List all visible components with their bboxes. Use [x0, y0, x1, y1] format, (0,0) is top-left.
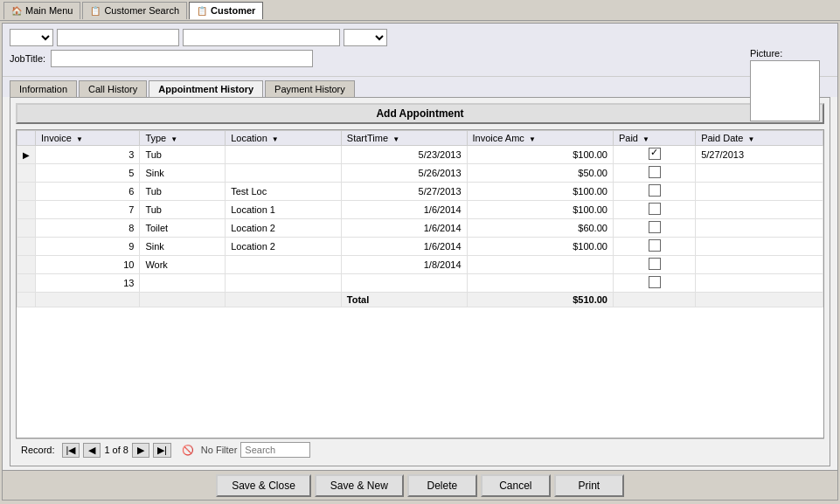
- table-row[interactable]: 9SinkLocation 21/6/2014$100.00: [17, 238, 823, 256]
- table-row[interactable]: 5Sink5/26/2013$50.00: [17, 164, 823, 183]
- no-filter-label: No Filter: [201, 445, 238, 455]
- add-appointment-button[interactable]: Add Appointment: [16, 103, 824, 124]
- cell-type: Sink: [140, 164, 226, 183]
- cell-paid[interactable]: [613, 238, 695, 256]
- tab-customer[interactable]: 📋 Customer: [189, 2, 263, 19]
- col-starttime[interactable]: StartTime ▼: [341, 131, 467, 146]
- content-tabs: Information Call History Appointment His…: [3, 77, 837, 97]
- table-row[interactable]: 6TubTest Loc5/27/2013$100.00: [17, 183, 823, 201]
- delete-button[interactable]: Delete: [407, 474, 477, 497]
- row-selector[interactable]: ▶: [17, 146, 36, 164]
- bottom-bar: Save & Close Save & New Delete Cancel Pr…: [3, 470, 837, 500]
- cell-location: Test Loc: [226, 183, 342, 201]
- tab-main-menu[interactable]: 🏠 Main Menu: [3, 2, 80, 19]
- row-selector[interactable]: [17, 183, 36, 201]
- paid-date-sort-icon: ▼: [748, 135, 755, 143]
- total-cell: [140, 293, 226, 307]
- cell-starttime: 1/8/2014: [341, 256, 467, 274]
- cell-invoice: 13: [36, 274, 140, 293]
- save-new-button[interactable]: Save & New: [315, 474, 404, 497]
- paid-checkbox[interactable]: [649, 166, 661, 178]
- cell-paid-date: [696, 219, 823, 238]
- nav-next-button[interactable]: ▶: [132, 443, 149, 458]
- cell-paid[interactable]: [613, 219, 695, 238]
- cell-type: Sink: [140, 238, 226, 256]
- paid-checkbox[interactable]: [649, 276, 661, 288]
- cancel-button[interactable]: Cancel: [481, 474, 551, 497]
- customer-search-icon: 📋: [90, 6, 101, 16]
- title-prefix-select[interactable]: Mr. Mrs.: [10, 29, 53, 46]
- cell-paid[interactable]: [613, 183, 695, 201]
- tab-information[interactable]: Information: [10, 80, 77, 97]
- suffix-select[interactable]: Jr. Sr.: [344, 29, 387, 46]
- tab-call-history[interactable]: Call History: [79, 80, 147, 97]
- col-location[interactable]: Location ▼: [226, 131, 342, 146]
- nav-prev-button[interactable]: ◀: [83, 443, 101, 458]
- col-invoice[interactable]: Invoice ▼: [36, 131, 140, 146]
- row-selector[interactable]: [17, 238, 36, 256]
- paid-checkbox[interactable]: [649, 184, 661, 197]
- total-cell: [226, 293, 342, 307]
- tab-payment-history[interactable]: Payment History: [265, 80, 355, 97]
- cell-invoice-amount: [467, 256, 613, 274]
- tab-appointment-history[interactable]: Appointment History: [149, 80, 263, 97]
- starttime-sort-icon: ▼: [392, 135, 399, 143]
- cell-type: Tub: [140, 201, 226, 219]
- table-row[interactable]: 8ToiletLocation 21/6/2014$60.00: [17, 219, 823, 238]
- first-name-field[interactable]: Test: [57, 29, 179, 46]
- appointment-content: Add Appointment Invoice ▼ Type ▼: [10, 97, 830, 466]
- appointments-grid: Invoice ▼ Type ▼ Location ▼ StartTime: [16, 129, 824, 438]
- cell-paid[interactable]: [613, 201, 695, 219]
- cell-type: Tub: [140, 183, 226, 201]
- total-cell: [36, 293, 140, 307]
- col-paid[interactable]: Paid ▼: [613, 131, 695, 146]
- col-paid-date[interactable]: Paid Date ▼: [696, 131, 823, 146]
- cell-paid[interactable]: [613, 146, 695, 164]
- row-selector[interactable]: [17, 274, 36, 293]
- print-button[interactable]: Print: [554, 474, 624, 497]
- row-selector[interactable]: [17, 201, 36, 219]
- cell-starttime: 1/6/2014: [341, 219, 467, 238]
- type-sort-icon: ▼: [170, 135, 177, 143]
- paid-checkbox[interactable]: [649, 203, 661, 215]
- row-selector[interactable]: [17, 164, 36, 183]
- nav-last-button[interactable]: ▶|: [153, 443, 171, 458]
- cell-paid[interactable]: [613, 164, 695, 183]
- cell-invoice: 8: [36, 219, 140, 238]
- cell-location: [226, 256, 342, 274]
- cell-starttime: 1/6/2014: [341, 238, 467, 256]
- table-row[interactable]: 13: [17, 274, 823, 293]
- paid-checkbox[interactable]: [649, 239, 661, 252]
- jobtitle-label: JobTitle:: [10, 53, 45, 64]
- last-name-field[interactable]: Customer: [183, 29, 340, 46]
- total-cell: [613, 293, 695, 307]
- tab-customer-search[interactable]: 📋 Customer Search: [82, 2, 187, 19]
- customer-icon: 📋: [197, 6, 207, 16]
- picture-box[interactable]: [750, 60, 820, 121]
- cell-starttime: 5/27/2013: [341, 183, 467, 201]
- col-type[interactable]: Type ▼: [140, 131, 226, 146]
- paid-checkbox[interactable]: [649, 148, 661, 160]
- cell-invoice-amount: $60.00: [467, 219, 613, 238]
- invoice-sort-icon: ▼: [76, 135, 83, 143]
- row-selector[interactable]: [17, 219, 36, 238]
- paid-checkbox[interactable]: [649, 221, 661, 233]
- job-title-field[interactable]: [51, 50, 313, 67]
- cell-starttime: 5/26/2013: [341, 164, 467, 183]
- table-row[interactable]: ▶3Tub5/23/2013$100.005/27/2013: [17, 146, 823, 164]
- cell-invoice-amount: $100.00: [467, 146, 613, 164]
- nav-first-button[interactable]: |◀: [62, 443, 80, 458]
- nav-search-input[interactable]: [240, 442, 310, 458]
- save-close-button[interactable]: Save & Close: [216, 474, 311, 497]
- cell-paid-date: [696, 256, 823, 274]
- col-invoice-amount[interactable]: Invoice Amc ▼: [467, 131, 613, 146]
- table-row[interactable]: 10Work1/8/2014: [17, 256, 823, 274]
- row-selector[interactable]: [17, 256, 36, 274]
- total-cell: $510.00: [467, 293, 613, 307]
- cell-paid[interactable]: [613, 256, 695, 274]
- cell-invoice-amount: $100.00: [467, 238, 613, 256]
- cell-location: [226, 146, 342, 164]
- table-row[interactable]: 7TubLocation 11/6/2014$100.00: [17, 201, 823, 219]
- paid-checkbox[interactable]: [649, 258, 661, 270]
- cell-paid[interactable]: [613, 274, 695, 293]
